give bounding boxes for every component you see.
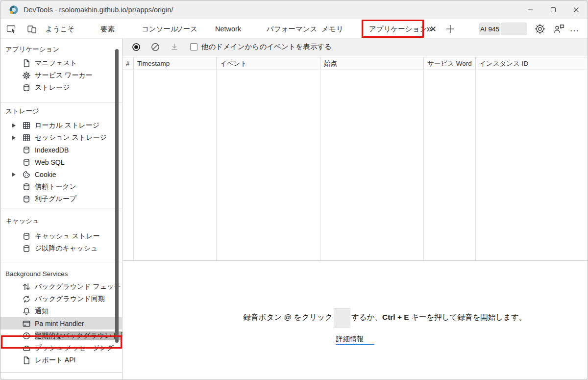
empty-state-pane: 録音ボタン @ をクリックするか、Ctrl + E キーを押して録音を開始します… [122,261,588,380]
tab-sources[interactable]: ソース [176,19,197,39]
sidebar-item-indexeddb[interactable]: IndexedDB [0,144,122,156]
sidebar-item-background-sync[interactable]: バックグラウンド同期 [0,293,122,305]
show-other-domains-checkbox[interactable] [190,43,197,51]
sidebar-item-label: ストレージ [35,83,70,92]
sidebar-item-label: 定期的なバックグラウンド 同期 [35,331,134,340]
devtools-logo-icon [9,5,19,15]
add-tab-button[interactable] [445,24,456,34]
sidebar-item-payment-handler[interactable]: Pa mint Handler [0,317,122,329]
column-header-sw-scope[interactable]: サービス Word [424,57,476,70]
section-title-storage: ストレージ [5,107,122,115]
sidebar-item-web-sql[interactable]: Web SQL [0,156,122,168]
keyboard-shortcut: Ctrl + E [382,313,409,321]
sidebar-item-background-fetch[interactable]: バックグラウンド フェッチ [0,280,122,293]
maximize-button[interactable] [541,0,564,19]
sidebar-item-push-messaging[interactable]: プッシュ メッセージング [0,342,122,354]
message-part: するか、 [351,313,382,321]
more-options-button[interactable]: … [569,19,580,39]
section-title-application: アプリケーション [5,46,122,53]
events-table-header: # Timestamp イベント 始点 サービス Word インスタンス ID [122,57,588,70]
column-header-event[interactable]: イベント [217,57,320,70]
expand-arrow-icon[interactable] [12,124,16,127]
application-sidebar: アプリケーション マニフェスト サービス ワーカー [0,39,122,380]
column-header-number[interactable]: # [122,57,134,70]
sidebar-item-session-storage[interactable]: セッション ストレージ [0,131,122,144]
ai-badge[interactable]: AI 945 [479,23,500,35]
sidebar-item-label: マニフェスト [35,59,77,68]
cookie-icon [22,170,31,179]
clear-button[interactable] [151,43,160,51]
sidebar-item-cookies[interactable]: Cookie [0,168,122,180]
minimize-button[interactable] [518,0,541,19]
tab-console[interactable]: コンソール [142,19,178,39]
database-icon [22,146,31,154]
tab-network[interactable]: Network [215,19,241,39]
sidebar-item-local-storage[interactable]: ローカル ストレージ [0,119,122,131]
ai-badge-label: AI 945 [480,25,499,33]
events-table-body [122,70,588,261]
expand-arrow-icon[interactable] [12,173,16,177]
inspect-icon [6,24,17,34]
gear-icon [534,23,546,35]
save-events-button[interactable] [170,43,179,51]
feedback-button[interactable] [553,23,565,35]
device-toolbar-button[interactable] [26,24,37,34]
titlebar: DevTools - rsolomakhin.github.io/pr/apps… [0,0,588,19]
sidebar-item-notifications[interactable]: 通知 [0,305,122,317]
sidebar-item-storage[interactable]: ストレージ [0,81,122,94]
sidebar-item-label: Pa mint Handler [35,320,84,328]
sidebar-item-label: バックグラウンド フェッチ [35,282,121,291]
database-icon [22,244,31,253]
column-header-instance-id[interactable]: インスタンス ID [476,57,588,70]
close-button[interactable] [564,0,588,19]
section-title-background-services: Background Services [5,270,122,278]
sync-icon [22,295,31,304]
more-tabs-button[interactable]: » [426,19,432,39]
payment-card-icon [22,319,31,328]
expand-arrow-icon[interactable] [12,136,16,140]
learn-more-link[interactable]: 詳細情報 [336,335,374,345]
sidebar-item-manifest[interactable]: マニフェスト [0,57,122,69]
sidebar-item-label: 通知 [35,307,49,316]
record-button[interactable] [132,43,141,51]
database-icon [22,232,31,241]
blank-badge [501,23,527,35]
sidebar-item-periodic-background-sync[interactable]: 定期的なバックグラウンド 同期 [0,329,122,342]
devtools-tabbar: ようこそ 要素 コンソール ソース Network パフォーマンス メモリ アプ… [0,19,588,39]
tab-application-label: アプリケーション [369,19,427,39]
tab-memory[interactable]: メモリ [321,19,343,39]
sidebar-item-service-workers[interactable]: サービス ワーカー [0,69,122,81]
sidebar-item-label: ローカル ストレージ [35,121,99,130]
background-fetch-icon [22,282,31,291]
sidebar-item-back-forward-cache[interactable]: ジ以降のキャッシュ [0,242,122,254]
gear-icon [22,71,31,80]
section-title-cache: キャッシュ [5,217,122,225]
sidebar-item-label: サービス ワーカー [35,71,93,80]
devtools-window: DevTools - rsolomakhin.github.io/pr/apps… [0,0,588,380]
empty-state-message: 録音ボタン @ をクリックするか、Ctrl + E キーを押して録音を開始します… [122,308,588,328]
database-icon [22,83,31,92]
sidebar-item-trust-tokens[interactable]: 信頼トークン [0,180,122,193]
table-icon [22,121,31,130]
sidebar-item-label: 信頼トークン [35,182,76,191]
message-part: キーを押して録音を開始します。 [409,313,527,321]
document-icon [22,356,31,365]
panel-toolbar: 他のドメインからのイベントを表示する [122,39,588,55]
inspect-element-button[interactable] [6,24,17,34]
sidebar-item-interest-groups[interactable]: 利子グループ [0,193,122,205]
tab-application[interactable]: アプリケーション [369,19,436,39]
tab-elements[interactable]: 要素 [100,19,115,39]
settings-button[interactable] [534,23,546,35]
tab-welcome[interactable]: ようこそ [46,19,74,39]
sidebar-item-cache-storage[interactable]: キャッシュ ストレー [0,230,122,242]
column-header-origin[interactable]: 始点 [320,57,424,70]
sidebar-item-label: Web SQL [35,158,64,166]
bell-icon [22,307,31,316]
sidebar-item-reporting-api[interactable]: レポート API [0,354,122,366]
clock-icon [22,331,31,340]
sidebar-scrollbar[interactable] [115,49,119,343]
sidebar-item-label: バックグラウンド同期 [35,295,105,304]
column-header-timestamp[interactable]: Timestamp [134,57,217,70]
tab-performance[interactable]: パフォーマンス [267,19,318,39]
table-icon [22,133,31,142]
